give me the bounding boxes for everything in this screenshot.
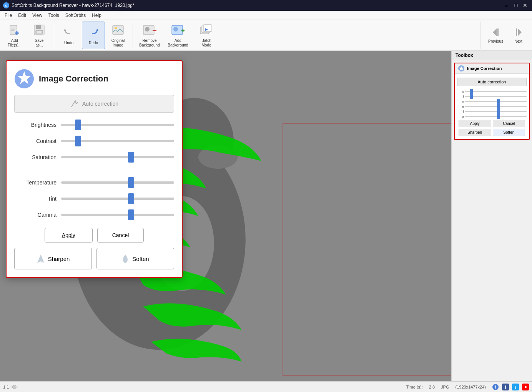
add-bg-icon: [171, 23, 185, 37]
toolbar-original-image[interactable]: OriginalImage: [106, 22, 130, 49]
toolbar-save-as[interactable]: Saveas...: [28, 22, 51, 49]
saturation-row: Saturation: [14, 152, 174, 163]
original-icon: [111, 23, 125, 37]
menu-edit[interactable]: Edit: [15, 12, 29, 19]
saturation-thumb[interactable]: [128, 152, 134, 163]
titlebar-title: SoftOrbits Background Remover - hawk-271…: [12, 3, 135, 8]
brightness-label: Brightness: [14, 122, 57, 128]
temperature-slider-container[interactable]: [61, 177, 174, 188]
youtube-icon[interactable]: [522, 384, 529, 390]
dialog-icon: [14, 69, 34, 89]
redo-label: Redo: [89, 41, 98, 45]
toolbar-undo[interactable]: Undo: [57, 22, 80, 49]
saturation-slider-container[interactable]: [61, 152, 174, 163]
saturation-label: Saturation: [14, 154, 57, 160]
menu-view[interactable]: View: [29, 12, 45, 19]
redo-icon: [86, 25, 100, 39]
toolbox-soften-button[interactable]: Soften: [493, 129, 525, 136]
auto-correction-icon: [70, 99, 79, 108]
gamma-label: Gamma: [14, 212, 57, 218]
remove-bg-label: RemoveBackground: [139, 38, 160, 48]
toolbox-slider-tint-row: t: [457, 110, 527, 113]
next-button[interactable]: Next: [508, 24, 529, 47]
maximize-button[interactable]: □: [512, 2, 520, 9]
menu-softorbits[interactable]: SoftOrbits: [62, 12, 89, 19]
toolbox-brightness-label: s: [457, 90, 464, 93]
toolbox-slider-brightness-row: s: [457, 90, 527, 93]
dialog-cancel-button[interactable]: Cancel: [97, 228, 144, 243]
toolbox-sharpen-button[interactable]: Sharpen: [459, 129, 491, 136]
svg-point-18: [173, 27, 178, 32]
toolbox-brightness-slider[interactable]: [465, 90, 527, 93]
gamma-slider-container[interactable]: [61, 209, 174, 220]
remove-bg-icon: [143, 23, 156, 37]
svg-rect-5: [11, 28, 15, 28]
twitter-icon[interactable]: t: [512, 384, 519, 390]
dialog-sharpen-button[interactable]: Sharpen: [14, 248, 92, 269]
tint-thumb[interactable]: [128, 193, 134, 204]
svg-text:S: S: [5, 4, 7, 8]
menubar: File Edit View Tools SoftOrbits Help: [0, 11, 532, 20]
svg-point-13: [115, 27, 117, 29]
toolbar-redo[interactable]: Redo: [82, 22, 105, 49]
titlebar-controls: – □ ✕: [503, 2, 529, 9]
toolbar-add-file[interactable]: AddFile(s)...: [3, 22, 26, 49]
dialog-auto-correction-label: Auto correction: [82, 101, 118, 107]
tint-slider-container[interactable]: [61, 193, 174, 204]
dialog-soften-button[interactable]: Soften: [96, 248, 174, 269]
toolbox-tint-slider[interactable]: [465, 110, 527, 113]
add-bg-label: AddBackground: [168, 38, 188, 48]
toolbox-auto-correction-button[interactable]: Auto correction: [457, 78, 527, 86]
toolbox-slider-gamma-row: a: [457, 115, 527, 118]
statusbar-info: Time (s): 2.8 JPG (1920x1477x24): [406, 385, 486, 389]
status-time-value: 2.8: [429, 385, 435, 389]
canvas-area: Toolbox Image Correction Auto correction: [0, 51, 532, 381]
statusbar-social-icons: i f t: [492, 384, 529, 390]
toolbox-slider-temperature-row: e: [457, 105, 527, 108]
toolbox-slider-saturation-row: n: [457, 100, 527, 103]
batch-icon: [200, 23, 213, 37]
slider-spacer: [14, 168, 174, 172]
undo-icon: [62, 25, 76, 39]
toolbar-add-background[interactable]: AddBackground: [165, 22, 191, 49]
minimize-button[interactable]: –: [503, 2, 510, 9]
temperature-label: Temperature: [14, 179, 57, 186]
contrast-slider-container[interactable]: [61, 136, 174, 146]
svg-rect-27: [516, 28, 517, 36]
menu-help[interactable]: Help: [89, 12, 105, 19]
original-image-label: OriginalImage: [111, 38, 125, 48]
soften-icon: [121, 254, 129, 264]
temperature-row: Temperature: [14, 177, 174, 188]
menu-tools[interactable]: Tools: [45, 12, 62, 19]
toolbox-saturation-slider[interactable]: [465, 100, 527, 103]
dialog-apply-button[interactable]: Apply: [45, 228, 93, 243]
toolbox-temperature-label: e: [457, 105, 464, 108]
facebook-icon[interactable]: f: [502, 384, 509, 390]
toolbox-temperature-slider[interactable]: [465, 105, 527, 108]
svg-rect-23: [203, 25, 212, 32]
toolbox-gamma-slider[interactable]: [465, 115, 527, 118]
toolbox-contrast-slider[interactable]: [465, 95, 527, 98]
svg-marker-24: [493, 28, 497, 36]
toolbox-apply-button[interactable]: Apply: [459, 120, 491, 127]
close-button[interactable]: ✕: [521, 2, 529, 9]
brightness-thumb[interactable]: [75, 120, 81, 130]
toolbar-remove-background[interactable]: RemoveBackground: [136, 22, 163, 49]
gamma-thumb[interactable]: [128, 209, 134, 220]
dialog-auto-correction-button[interactable]: Auto correction: [14, 95, 174, 113]
menu-file[interactable]: File: [2, 12, 15, 19]
toolbox-panel-icon: [458, 65, 465, 72]
tint-label: Tint: [14, 196, 57, 202]
titlebar: S SoftOrbits Background Remover - hawk-2…: [0, 0, 532, 11]
zoom-value: 1:1: [3, 385, 9, 389]
contrast-thumb[interactable]: [75, 136, 81, 146]
add-file-icon: [8, 23, 22, 37]
statusbar: 1:1 Time (s): 2.8 JPG (1920x1477x24) i f…: [0, 381, 532, 392]
previous-button[interactable]: Previous: [485, 24, 506, 47]
toolbar-batch-mode[interactable]: BatchMode: [193, 22, 220, 49]
toolbox-cancel-button[interactable]: Cancel: [493, 120, 525, 127]
temperature-thumb[interactable]: [128, 177, 134, 188]
brightness-slider-container[interactable]: [61, 120, 174, 130]
nav-area: Previous Next: [480, 22, 529, 49]
tint-row: Tint: [14, 193, 174, 204]
